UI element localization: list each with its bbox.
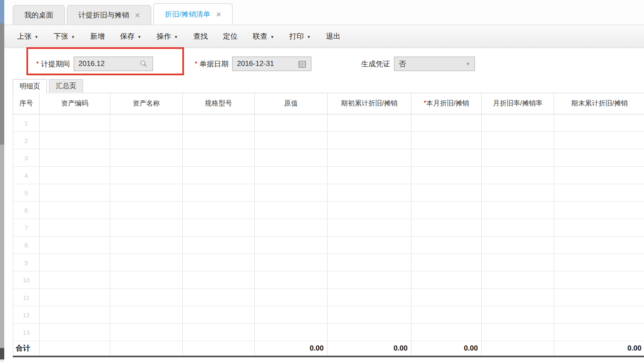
- toolbar-button-下张[interactable]: 下张▼: [54, 31, 75, 41]
- empty-cell[interactable]: [411, 219, 482, 237]
- empty-cell[interactable]: [328, 167, 411, 184]
- empty-cell[interactable]: [554, 271, 644, 289]
- subtab-汇总页[interactable]: 汇总页: [49, 79, 83, 92]
- empty-cell[interactable]: [411, 167, 482, 184]
- empty-cell[interactable]: [110, 132, 183, 149]
- empty-cell[interactable]: [40, 324, 110, 341]
- toolbar-button-打印[interactable]: 打印▼: [290, 31, 311, 41]
- empty-cell[interactable]: [411, 132, 482, 149]
- empty-cell[interactable]: [328, 219, 411, 237]
- toolbar-button-退出[interactable]: 退出: [326, 31, 341, 41]
- empty-cell[interactable]: [328, 202, 411, 219]
- empty-cell[interactable]: [328, 324, 411, 341]
- empty-cell[interactable]: [40, 114, 110, 132]
- column-header[interactable]: *本月折旧/摊销: [411, 93, 482, 114]
- empty-cell[interactable]: [110, 254, 183, 271]
- empty-cell[interactable]: [554, 132, 644, 149]
- empty-cell[interactable]: [183, 271, 255, 289]
- empty-cell[interactable]: [482, 132, 554, 149]
- empty-cell[interactable]: [255, 254, 328, 271]
- empty-cell[interactable]: [554, 306, 644, 324]
- empty-cell[interactable]: [411, 202, 482, 219]
- empty-cell[interactable]: [482, 149, 554, 167]
- empty-cell[interactable]: [110, 237, 183, 254]
- empty-cell[interactable]: [255, 237, 328, 254]
- column-header[interactable]: 月折旧率/摊销率: [482, 93, 554, 114]
- tab-1[interactable]: 我的桌面: [13, 5, 65, 25]
- empty-cell[interactable]: [554, 149, 644, 167]
- empty-cell[interactable]: [110, 202, 183, 219]
- empty-cell[interactable]: [183, 324, 255, 341]
- empty-cell[interactable]: [183, 132, 255, 149]
- left-scrollbar[interactable]: [0, 0, 4, 362]
- empty-cell[interactable]: [183, 306, 255, 324]
- empty-cell[interactable]: [482, 271, 554, 289]
- toolbar-button-保存[interactable]: 保存▼: [120, 31, 141, 41]
- column-header[interactable]: 期初累计折旧/摊销: [328, 93, 411, 114]
- empty-cell[interactable]: [482, 237, 554, 254]
- empty-cell[interactable]: [255, 202, 328, 219]
- column-header[interactable]: 序号: [13, 93, 40, 114]
- empty-cell[interactable]: [110, 184, 183, 202]
- subtab-明细页[interactable]: 明细页: [13, 79, 47, 93]
- column-header[interactable]: 原值: [255, 93, 328, 114]
- period-input[interactable]: 2016.12: [74, 57, 153, 71]
- empty-cell[interactable]: [183, 149, 255, 167]
- empty-cell[interactable]: [554, 324, 644, 341]
- empty-cell[interactable]: [183, 184, 255, 202]
- empty-cell[interactable]: [40, 306, 110, 324]
- empty-cell[interactable]: [411, 289, 482, 306]
- empty-cell[interactable]: [110, 289, 183, 306]
- empty-cell[interactable]: [411, 237, 482, 254]
- calendar-icon[interactable]: [297, 60, 307, 68]
- voucher-select[interactable]: 否 ▼: [394, 57, 475, 71]
- row-number-cell[interactable]: 5: [13, 184, 40, 202]
- empty-cell[interactable]: [183, 167, 255, 184]
- empty-cell[interactable]: [411, 149, 482, 167]
- tab-3[interactable]: 折旧/摊销清单×: [153, 3, 233, 25]
- empty-cell[interactable]: [411, 114, 482, 132]
- close-icon[interactable]: ×: [135, 11, 140, 19]
- empty-cell[interactable]: [328, 132, 411, 149]
- empty-cell[interactable]: [328, 184, 411, 202]
- empty-cell[interactable]: [411, 324, 482, 341]
- empty-cell[interactable]: [411, 254, 482, 271]
- row-number-cell[interactable]: 13: [13, 324, 40, 341]
- toolbar-button-查找[interactable]: 查找: [193, 31, 208, 41]
- empty-cell[interactable]: [411, 306, 482, 324]
- row-number-cell[interactable]: 7: [13, 219, 40, 237]
- empty-cell[interactable]: [411, 271, 482, 289]
- row-number-cell[interactable]: 2: [13, 132, 40, 149]
- empty-cell[interactable]: [183, 237, 255, 254]
- empty-cell[interactable]: [554, 219, 644, 237]
- empty-cell[interactable]: [482, 167, 554, 184]
- row-number-cell[interactable]: 6: [13, 202, 40, 219]
- empty-cell[interactable]: [255, 289, 328, 306]
- empty-cell[interactable]: [255, 219, 328, 237]
- empty-cell[interactable]: [40, 219, 110, 237]
- empty-cell[interactable]: [411, 184, 482, 202]
- empty-cell[interactable]: [110, 219, 183, 237]
- toolbar-button-上张[interactable]: 上张▼: [17, 31, 38, 41]
- empty-cell[interactable]: [554, 114, 644, 132]
- empty-cell[interactable]: [482, 289, 554, 306]
- empty-cell[interactable]: [328, 149, 411, 167]
- empty-cell[interactable]: [255, 184, 328, 202]
- column-header[interactable]: 资产名称: [110, 93, 183, 114]
- empty-cell[interactable]: [482, 324, 554, 341]
- empty-cell[interactable]: [40, 289, 110, 306]
- empty-cell[interactable]: [328, 237, 411, 254]
- empty-cell[interactable]: [40, 254, 110, 271]
- empty-cell[interactable]: [482, 306, 554, 324]
- empty-cell[interactable]: [110, 324, 183, 341]
- empty-cell[interactable]: [554, 167, 644, 184]
- docdate-input[interactable]: 2016-12-31: [232, 57, 311, 71]
- empty-cell[interactable]: [482, 202, 554, 219]
- empty-cell[interactable]: [255, 149, 328, 167]
- toolbar-button-定位[interactable]: 定位: [223, 31, 238, 41]
- row-number-cell[interactable]: 3: [13, 149, 40, 167]
- empty-cell[interactable]: [255, 306, 328, 324]
- empty-cell[interactable]: [554, 184, 644, 202]
- toolbar-button-联查[interactable]: 联查▼: [253, 31, 274, 41]
- empty-cell[interactable]: [554, 202, 644, 219]
